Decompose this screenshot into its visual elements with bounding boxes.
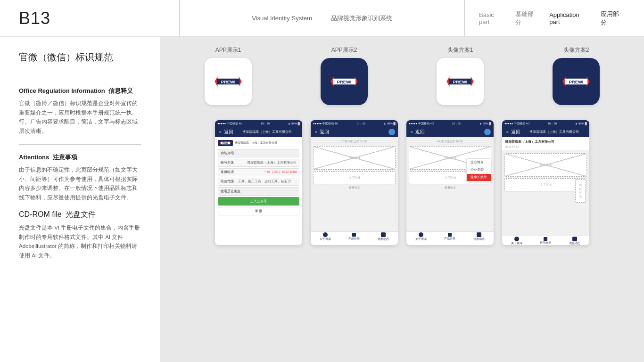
phone1-menu-scope: 经营范围 工具、施工工具、进口工具、钻石刀 › bbox=[218, 178, 299, 186]
phone1-nav: ＜ 返回 博深普瑞高（上海）工具有限公司 bbox=[215, 127, 302, 137]
prewi-logo-3: PREWI bbox=[444, 75, 477, 88]
phone4-nav-label-1: 关于博深 bbox=[511, 242, 522, 245]
prewi-logo-1: PREWI bbox=[212, 75, 245, 88]
phone-mockup-1: ●●●●● 中国移动 4G 10：30 ▲ 98% ▓ ＜ 返回 博深普瑞高（上… bbox=[215, 120, 302, 245]
cdrom-heading: CD-ROM file 光盘文件 bbox=[19, 210, 141, 220]
app-label-2: APP展示2 bbox=[290, 46, 398, 54]
basic-part-label-zh: 基础部分 bbox=[515, 10, 540, 27]
phone1-content: PREWI 博深普瑞高（上海）工具有限公司 功能介绍 账号主体 博深普瑞高（上海… bbox=[215, 137, 302, 220]
phone1-menu-phone: 客服电话 + 86（021）6822 1050 bbox=[218, 168, 299, 176]
app-label-1: APP展示1 bbox=[174, 46, 282, 54]
office-body: 官微（微博／微信）标识规范是企业对外宣传的重要媒介之一，应用时根据本手册规范统一… bbox=[19, 99, 141, 136]
phone4-back[interactable]: ＜ 返回 bbox=[505, 129, 520, 135]
phone1-title: 博深普瑞高（上海）工具有限公司 bbox=[235, 130, 299, 134]
phone3-content-wrapper: 07月10日上午 10:30 图片区域 文字区域 查看全文 企业简介 企业党委 bbox=[406, 137, 494, 231]
phone1-battery: ▲ 98% ▓ bbox=[288, 122, 300, 125]
phone3-dropdown-item-2[interactable]: 企业党委 bbox=[467, 166, 491, 174]
divider-1 bbox=[19, 78, 141, 78]
app-icon-2-dark: PREWI bbox=[321, 58, 368, 105]
phone1-scope-label: 经营范围 bbox=[221, 180, 234, 184]
phone4-nav-icon-1 bbox=[514, 237, 519, 241]
phone1-scope-value: 工具、施工工具、进口工具、钻石刀 bbox=[238, 180, 291, 184]
phone1-time: 10：30 bbox=[261, 122, 270, 126]
phone4-nav-products[interactable]: 产品分类 bbox=[540, 237, 551, 245]
phone3-text-label: 文字区域 bbox=[445, 176, 456, 180]
phone1-menu-account: 账号主体 博深普瑞高（上海）工具有限公司 bbox=[218, 159, 299, 167]
phone1-prewi-mini: PREWI bbox=[219, 140, 232, 146]
phone3-img-label: 图片区域 bbox=[445, 156, 456, 160]
phone4-image-area: 图片区域 bbox=[504, 153, 587, 177]
attentions-heading-en: Attentions bbox=[19, 154, 49, 161]
phone3-nav-icon-3 bbox=[477, 232, 481, 237]
header-top-line bbox=[19, 4, 625, 4]
phone3-read-more[interactable]: 查看全文 bbox=[409, 186, 491, 190]
left-panel: 官微（微信）标识规范 Office Regulation Information… bbox=[0, 37, 160, 362]
phone2-nav-about[interactable]: 关于博深 bbox=[320, 232, 331, 241]
svg-text:PREWI: PREWI bbox=[453, 80, 468, 84]
phone4-article-date: 2018.07.10 bbox=[505, 145, 586, 148]
app-part-label-en: Application part bbox=[549, 11, 591, 25]
phone4-nav-offers[interactable]: 优惠动态 bbox=[569, 237, 580, 245]
office-heading-en: Office Regulation Information bbox=[19, 87, 105, 94]
phone-mockup-2: ●●●●● 中国移动 4G 10：30 ▲ 98% ▓ ＜ 返回 07月10日上… bbox=[311, 120, 398, 245]
phone3-nav-label-2: 产品分类 bbox=[444, 237, 455, 240]
phone3-nav-icon-2 bbox=[448, 233, 452, 237]
phone3-nav: ＜ 返回 bbox=[406, 127, 494, 137]
avatar-label-2: 头像方案2 bbox=[522, 46, 630, 54]
phone2-back[interactable]: ＜ 返回 bbox=[314, 129, 329, 135]
phone2-nav-icon-1 bbox=[323, 232, 328, 237]
app-icon-1-light: PREWI bbox=[205, 58, 252, 105]
phone1-history[interactable]: 查看历史消息 › bbox=[218, 187, 299, 196]
app-item-2: APP展示2 PREWI bbox=[290, 46, 398, 113]
phone4-nav-label-2: 产品分类 bbox=[540, 241, 551, 245]
phone3-nav-offers[interactable]: 优惠动态 bbox=[473, 232, 485, 241]
phone4-status-bar: ●●●●● 中国移动 4G 10：30 ▲ 98% ▓ bbox=[502, 120, 589, 127]
phone1-menu-feature[interactable]: 功能介绍 bbox=[218, 149, 299, 157]
phone2-nav-icon-2 bbox=[352, 233, 356, 237]
phone3-nav-about[interactable]: 关于博深 bbox=[415, 232, 427, 241]
basic-part-label-en: Basic part bbox=[479, 11, 506, 25]
phone2-chat-content: 07月10日上午 10:30 图片区域 文字区域 查看全文 bbox=[311, 137, 398, 231]
phone3-bottom-nav: 关于博深 产品分类 优惠动态 bbox=[406, 231, 494, 241]
phone1-company-header: PREWI 博深普瑞高（上海）工具有限公司 bbox=[218, 140, 299, 146]
phone2-nav-label-2: 产品分类 bbox=[348, 237, 360, 240]
attentions-heading: Attentions 注意事项 bbox=[19, 153, 141, 162]
phone1-back[interactable]: ＜ 返回 bbox=[218, 129, 233, 135]
phone1-btn-report[interactable]: 举 报 bbox=[218, 207, 299, 215]
phone4-nav-icon-2 bbox=[544, 237, 547, 241]
phone2-nav-icon-3 bbox=[381, 232, 386, 237]
phone4-chat-content: 图片区域 文字区域 内 容 区 域 bbox=[502, 151, 589, 236]
header-left: B13 bbox=[19, 8, 179, 28]
phone2-read-more[interactable]: 查看全文 bbox=[313, 186, 396, 190]
phone4-inner-label2: 容 bbox=[579, 188, 582, 191]
svg-text:PREWI: PREWI bbox=[569, 80, 584, 84]
phone4-nav-icon-3 bbox=[572, 237, 577, 241]
phone4-nav-about[interactable]: 关于博深 bbox=[511, 237, 522, 245]
phone3-nav-products[interactable]: 产品分类 bbox=[444, 233, 455, 240]
phone1-btn-enter[interactable]: 进入公众号 bbox=[218, 197, 299, 206]
phone3-dropdown-item-3[interactable]: 董事长致辞 bbox=[467, 174, 491, 181]
phone3-dropdown-item-1[interactable]: 企业简介 bbox=[467, 159, 491, 166]
right-panel: APP展示1 PREWI APP展示2 bbox=[160, 37, 644, 362]
phone2-nav-offers[interactable]: 优惠动态 bbox=[378, 232, 389, 241]
phone3-battery: ▲ 98% ▓ bbox=[479, 122, 491, 125]
phone-mockup-3: ●●●●● 中国移动 4G 10：30 ▲ 98% ▓ ＜ 返回 07月10日上… bbox=[406, 120, 494, 245]
phone4-inner-label4: 域 bbox=[579, 195, 582, 198]
phone4-inner-label: 内 bbox=[579, 184, 582, 187]
phone3-dropdown[interactable]: 企业简介 企业党委 董事长致辞 bbox=[466, 158, 491, 182]
phone2-battery: ▲ 98% ▓ bbox=[383, 122, 396, 125]
phone3-avatar bbox=[484, 129, 491, 135]
avatar-item-1: 头像方案1 PREWI bbox=[406, 46, 514, 113]
phone1-scope-arrow: › bbox=[296, 180, 297, 183]
phone2-avatar bbox=[388, 129, 395, 135]
phone4-bottom-nav: 关于博深 产品分类 优惠动态 bbox=[502, 236, 589, 245]
phone1-phone-value: + 86（021）6822 1050 bbox=[264, 170, 297, 174]
phone2-nav-products[interactable]: 产品分类 bbox=[348, 233, 360, 240]
phone1-phone-label: 客服电话 bbox=[221, 170, 234, 174]
phone1-account-value: 博深普瑞高（上海）工具有限公司 bbox=[247, 161, 297, 165]
phone1-logo-small: PREWI bbox=[218, 140, 233, 146]
office-section: Office Regulation Information 信息释义 官微（微博… bbox=[19, 87, 141, 136]
app-part-label-zh: 应用部分 bbox=[601, 10, 625, 27]
avatar-icon-2-dark: PREWI bbox=[553, 58, 600, 105]
phone3-back[interactable]: ＜ 返回 bbox=[409, 129, 425, 135]
